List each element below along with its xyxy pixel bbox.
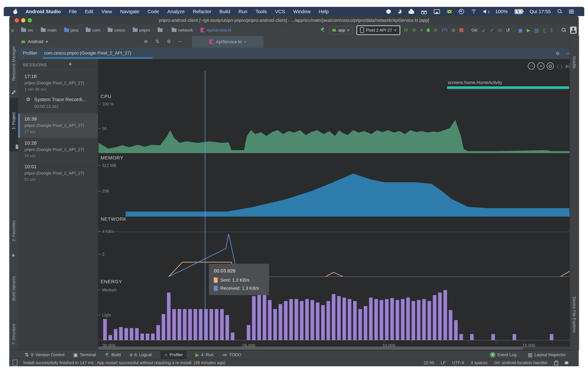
toolwindow-version-control[interactable]: ⇅9: Version Control [25,351,64,359]
menu-view[interactable]: View [102,9,112,14]
battery-icon[interactable] [514,9,523,14]
favorites-star-icon[interactable]: ★ [11,252,15,258]
energy-chart[interactable] [98,277,570,340]
project-view-selector[interactable]: Android ▾ [21,36,48,48]
volume-icon[interactable] [483,10,488,14]
menu-help[interactable]: Help [319,9,329,14]
cpu-chart[interactable] [98,91,570,153]
profile-avatar[interactable] [570,27,577,34]
add-session-icon[interactable]: + [68,61,72,68]
menu-build[interactable]: Build [219,9,230,14]
breadcrumb-network[interactable]: network [172,28,193,33]
notification-icon[interactable] [565,361,568,364]
sdk-manager-icon[interactable]: ⇩ [549,27,554,33]
breadcrumb-file[interactable]: ApiService.kt [200,28,231,33]
tab-profiler[interactable]: Profiler [23,51,37,56]
profiler-hide-icon[interactable]: ─ [567,51,570,56]
timeline-axis[interactable] [98,340,570,340]
run-config-dropdown[interactable]: app▾ [329,26,352,34]
zoom-out-icon[interactable]: − [528,62,535,70]
toolwindow-build[interactable]: Build [105,351,121,359]
menubar-app-icon[interactable] [386,10,391,14]
breadcrumb-cesco[interactable]: cesco [108,28,125,33]
avd-manager-icon[interactable]: ▯ [543,27,546,33]
timeline-selection-line[interactable] [205,71,205,340]
cloud-upload-icon[interactable] [408,11,414,14]
run-list-icon[interactable]: ≡ [420,27,423,33]
timeline-scrollbar-thumb[interactable] [98,347,523,350]
indent-setting[interactable]: 4 spaces [471,360,488,365]
moon-icon[interactable] [398,10,401,13]
device-dropdown[interactable]: Pixel 2 API 27▾ [357,25,400,35]
sidebar-item-build-variants[interactable]: Build Variants [9,267,18,310]
build-hammer-icon[interactable] [320,28,325,33]
control-center-icon[interactable] [569,10,574,13]
breadcrumb-app[interactable]: p [11,28,14,33]
file-encoding[interactable]: UTF-8 [452,360,464,365]
breadcrumb-com[interactable]: com [86,28,100,33]
screen-mirroring-icon[interactable] [434,9,440,14]
toolwindow-profiler[interactable]: ∩Profiler [161,351,187,359]
reset-zoom-icon[interactable]: ⊘ [547,62,554,70]
lock-icon[interactable] [554,362,558,365]
toolwindow-run[interactable]: ▶4: Run [195,351,214,359]
menu-app-name[interactable]: Android Studio [26,9,61,14]
git-branch[interactable]: Git: android-location-handler [494,360,547,365]
network-chart[interactable] [98,217,570,277]
menu-run[interactable]: Run [238,9,247,14]
profiler-icon[interactable] [442,29,447,32]
git-history-icon[interactable]: ⊙ [498,27,502,33]
go-live-icon[interactable]: ▶▏ [566,63,573,69]
line-ending[interactable]: LF [441,360,446,365]
sync-project-icon[interactable]: ▣ [518,27,523,33]
session-item-selected[interactable]: 16:39 pripro (Google Pixel_2_API_27) 17 … [18,113,98,138]
toolwindow-todo[interactable]: ≔TODO [222,351,241,359]
apple-menu-icon[interactable] [13,9,17,14]
breadcrumb-data[interactable] [158,28,164,32]
run-window-icon[interactable]: ▶ [527,27,530,33]
hide-panel-icon[interactable]: ─ [178,39,181,44]
caret-position[interactable]: 22:50 [424,360,434,365]
menu-tools[interactable]: Tools [255,9,267,14]
attach-debugger-icon[interactable]: ⚙ [451,27,456,33]
status-message[interactable]: Install successfully finished in 147 ms.… [23,360,225,365]
sidebar-item-device-file-explorer[interactable]: Device File Explorer [570,285,579,345]
sidebar-item-project[interactable]: 1: Project [9,100,18,142]
menu-code[interactable]: Code [147,9,159,14]
menu-file[interactable]: File [69,9,77,14]
git-rollback-icon[interactable]: ↺ [506,27,510,33]
sidebar-item-resource-manager[interactable]: Resource Manager [9,40,18,87]
close-tab-icon[interactable]: × [244,39,246,44]
locate-file-icon[interactable]: ⊕ [144,39,148,44]
collapse-all-icon[interactable]: ⇅ [155,39,159,44]
editor-tab-apiservice[interactable]: ApiService.kt × [192,36,263,48]
toolwindow-logcat[interactable]: ≡6: Logcat [129,351,152,359]
menu-analyze[interactable]: Analyze [167,9,185,14]
menu-refactor[interactable]: Refactor [193,9,211,14]
sidebar-item-favorites[interactable]: 2: Favorites [9,210,18,252]
menu-edit[interactable]: Edit [85,9,93,14]
screen-share-icon[interactable]: ▥ [534,27,539,33]
zoom-in-icon[interactable]: + [537,62,544,70]
breadcrumb-pripro[interactable]: pripro [133,28,150,33]
breadcrumb-main[interactable]: main [41,28,56,33]
session-item[interactable]: 17:16 pripro (Google Pixel_2_API_27) 1 m… [18,70,98,113]
menu-navigate[interactable]: Navigate [120,9,139,14]
profiler-settings-icon[interactable]: ⚙ [556,51,560,56]
panel-settings-icon[interactable]: ⚙ [167,39,171,44]
sidebar-item-structure[interactable]: 7: Structure [9,319,18,349]
breadcrumb-java[interactable]: java [64,28,78,33]
wifi-icon[interactable] [471,10,477,14]
session-item[interactable]: 10:28 pripro (Google Pixel_2_API_27) 34 … [18,138,98,161]
menu-window[interactable]: Window [293,9,311,14]
run-icon[interactable]: ⟳ [404,27,408,33]
event-log-button[interactable]: 4Event Log [490,351,516,359]
apply-changes-icon[interactable]: ⟳ [412,27,416,33]
memory-chart[interactable] [98,153,570,217]
tab-profiler-session[interactable]: com.cesco.pripro (Google Pixel_2_API_27) [44,51,131,56]
frame-selection-icon[interactable]: ( ) [556,62,563,70]
search-everywhere-icon[interactable] [562,28,566,33]
activity-bar[interactable] [447,86,569,89]
profile-disabled-icon[interactable]: ⟳ [434,27,438,33]
stop-icon[interactable] [460,28,463,32]
